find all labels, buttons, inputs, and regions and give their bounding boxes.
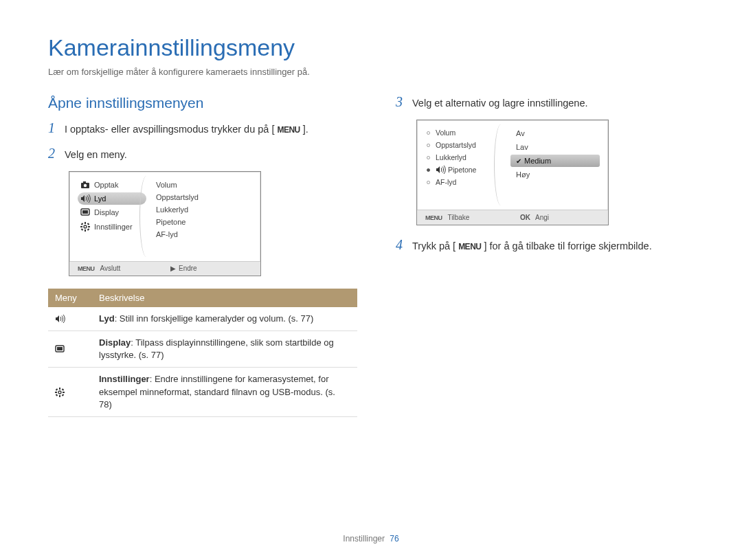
step-3-text: Velg et alternativ og lagre innstillinge… [412,95,694,110]
step-2-text: Velg en meny. [65,146,357,161]
menu-badge-icon: MENU [75,265,98,273]
svg-rect-9 [88,226,90,227]
svg-rect-24 [62,394,65,396]
lcd-footer-right: OK Angi [513,210,608,225]
svg-rect-4 [82,210,88,214]
menu-item: Pipetone [155,216,252,228]
svg-rect-8 [80,226,82,227]
menu-item: Oppstartslyd [425,139,501,150]
step-1-text-post: ]. [303,124,308,135]
svg-rect-20 [63,392,65,393]
menu-category-innstillinger: Innstillinger [78,220,146,234]
checkmark-icon: ✔ [516,157,521,165]
lcd-footer-left: MENU Tilbake [417,210,513,225]
menu-item: Oppstartslyd [155,191,252,203]
menu-item-label: Pipetone [448,166,476,174]
lcd-footer-left-label: Tilbake [448,214,470,221]
display-icon [80,208,90,216]
menu-item-label: Oppstartslyd [436,141,476,149]
section-heading: Åpne innstillingsmenyen [48,95,357,111]
step-4: 4 Trykk på [MENU] for å gå tilbake til f… [396,238,694,254]
page-title: Kamerainnstillingsmeny [48,34,694,61]
lcd-footer-right-label: Endre [179,265,197,272]
camera-icon [80,181,90,189]
step-4-text-pre: Trykk på [ [412,240,456,251]
step-3: 3 Velg et alternativ og lagre innstillin… [396,95,694,110]
menu-category-display: Display [78,206,146,219]
step-4-text-post: ] for å gå tilbake til forrige skjermbil… [484,240,651,251]
svg-rect-18 [59,395,60,397]
page-subtitle: Lær om forskjellige måter å konfigurere … [48,67,694,77]
svg-rect-11 [87,223,90,225]
table-header-desc: Beskrivelse [92,289,357,307]
bullet-icon [427,181,430,184]
footer-section: Innstillinger [343,534,385,544]
page-footer: Innstillinger 76 [0,534,742,544]
sound-icon [48,307,92,331]
menu-item: Lukkerlyd [155,203,252,216]
menu-item: Volum [155,179,252,191]
play-icon: ▶ [170,265,176,272]
step-number: 3 [396,95,405,109]
camera-screen-menu: OpptakLydDisplayInnstillinger VolumOppst… [69,171,261,276]
lcd-footer-right-label: Angi [535,214,549,221]
menu-item-label: Lukkerlyd [436,153,466,161]
table-header-menu: Meny [48,289,92,307]
table-row: Lyd: Still inn forskjellige kameralyder … [48,307,357,331]
menu-item: AF-lyd [425,177,501,188]
menu-category-opptak: Opptak [78,179,146,191]
menu-item: AF-lyd [155,228,252,240]
option-label: Medium [524,157,551,165]
option-lav: Lav [510,141,600,153]
option-label: Lav [516,143,528,151]
svg-point-2 [84,184,87,187]
step-2: 2 Velg en meny. [48,146,357,161]
table-desc-cell: Display: Tilpass displayinnstillingene, … [92,331,357,368]
svg-rect-17 [59,388,60,390]
svg-rect-12 [81,228,84,231]
menu-item-label: Volum [436,128,456,137]
lcd-footer-left-label: Avslutt [100,265,121,272]
menu-category-label: Display [94,208,119,216]
option-medium: ✔Medium [510,155,600,167]
menu-description-table: Meny Beskrivelse Lyd: Still inn forskjel… [48,289,357,417]
gear-icon [80,222,90,232]
step-number: 4 [396,238,405,251]
svg-point-16 [58,391,61,394]
bullet-icon [427,144,430,147]
option-av: Av [510,127,600,139]
table-row: Display: Tilpass displayinnstillingene, … [48,331,357,368]
option-label: Av [516,129,525,137]
menu-item: Volum [425,127,501,138]
step-1-text-pre: I opptaks- eller avspillingsmodus trykke… [65,124,274,135]
table-desc-cell: Innstillinger: Endre innstillingene for … [92,368,357,417]
bullet-icon [427,168,430,172]
menu-button-badge: MENU [456,240,484,254]
ok-badge-icon: OK [518,213,532,222]
footer-page-number: 76 [390,534,398,544]
display-icon [48,331,92,368]
svg-rect-23 [56,394,58,396]
svg-rect-7 [85,229,86,232]
svg-rect-22 [62,388,65,391]
step-number: 2 [48,146,58,160]
svg-rect-10 [81,223,84,225]
bullet-icon [427,156,430,159]
menu-category-label: Innstillinger [94,223,133,231]
menu-category-label: Lyd [94,194,106,203]
sound-icon [80,194,90,203]
step-number: 1 [48,121,58,135]
svg-rect-21 [56,388,58,391]
table-desc-cell: Lyd: Still inn forskjellige kameralyder … [92,307,357,331]
camera-screen-options: VolumOppstartslydLukkerlydPipetoneAF-lyd… [416,120,609,225]
bullet-icon [427,131,430,135]
menu-item-label: AF-lyd [436,178,456,186]
svg-rect-19 [55,392,57,393]
menu-item: Pipetone [425,164,501,175]
step-1: 1 I opptaks- eller avspillingsmodus tryk… [48,121,357,137]
svg-point-5 [84,225,87,228]
svg-rect-15 [57,347,63,350]
svg-rect-1 [83,181,86,183]
gear-icon [48,368,92,417]
menu-category-lyd: Lyd [78,192,146,205]
